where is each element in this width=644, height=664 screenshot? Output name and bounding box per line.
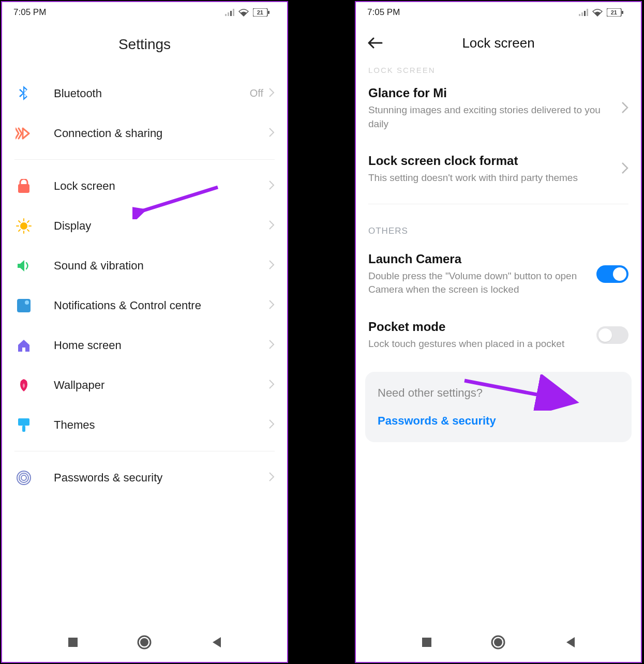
item-desc: Lock touch gestures when placed in a poc…: [368, 337, 590, 351]
flower-icon: [14, 376, 33, 395]
row-label: Lock screen: [54, 179, 268, 193]
row-sound[interactable]: Sound & vibration: [2, 246, 287, 285]
page-header: Lock screen: [356, 22, 641, 63]
row-label: Themes: [54, 418, 268, 432]
status-time: 7:05 PM: [13, 7, 46, 18]
item-desc: Double press the "Volume down" button to…: [368, 269, 590, 297]
svg-rect-27: [579, 14, 580, 16]
item-pocket-mode[interactable]: Pocket mode Lock touch gestures when pla…: [356, 308, 641, 363]
signal-icon: [225, 9, 234, 16]
item-text: Launch Camera Double press the "Volume d…: [368, 252, 596, 297]
row-lockscreen[interactable]: Lock screen: [2, 166, 287, 206]
item-launch-camera[interactable]: Launch Camera Double press the "Volume d…: [356, 240, 641, 308]
row-wallpaper[interactable]: Wallpaper: [2, 365, 287, 405]
svg-rect-3: [233, 9, 234, 16]
settings-list: Bluetooth Off Connection & sharing Lock …: [2, 73, 287, 625]
svg-rect-30: [587, 9, 588, 16]
row-label: Wallpaper: [54, 379, 268, 392]
recent-apps-button[interactable]: [421, 637, 432, 650]
svg-rect-29: [584, 11, 586, 16]
item-title: Pocket mode: [368, 320, 590, 334]
toggle-pocket-mode[interactable]: [596, 326, 628, 344]
card-link-passwords[interactable]: Passwords & security: [378, 414, 619, 428]
back-button[interactable]: [211, 636, 222, 651]
row-label: Display: [54, 219, 268, 233]
divider: [14, 159, 275, 160]
row-value: Off: [250, 87, 263, 99]
row-homescreen[interactable]: Home screen: [2, 325, 287, 365]
chevron-right-icon: [621, 101, 628, 116]
toggle-knob: [613, 267, 626, 281]
item-title: Glance for Mi: [368, 86, 615, 100]
chevron-right-icon: [621, 162, 628, 176]
nav-bar: [2, 625, 287, 662]
row-notifications[interactable]: Notifications & Control centre: [2, 285, 287, 325]
battery-level: 21: [611, 9, 617, 16]
item-glance[interactable]: Glance for Mi Stunning images and exciti…: [356, 74, 641, 142]
toggle-knob: [598, 328, 612, 342]
chevron-right-icon: [268, 299, 275, 312]
status-time: 7:05 PM: [367, 7, 400, 18]
row-bluetooth[interactable]: Bluetooth Off: [2, 73, 287, 113]
bluetooth-icon: [14, 84, 33, 103]
row-label: Passwords & security: [54, 471, 268, 485]
fingerprint-icon: [14, 469, 33, 487]
row-label: Notifications & Control centre: [54, 299, 268, 312]
chevron-right-icon: [268, 127, 275, 140]
suggestion-card: Need other settings? Passwords & securit…: [365, 372, 632, 442]
item-desc: This setting doesn't work with third par…: [368, 171, 615, 185]
item-clock-format[interactable]: Lock screen clock format This setting do…: [356, 142, 641, 197]
toggle-launch-camera[interactable]: [596, 265, 628, 283]
battery-icon: 21: [607, 8, 630, 17]
connection-icon: [14, 124, 33, 143]
status-bar: 7:05 PM 21: [2, 2, 287, 22]
row-label: Sound & vibration: [54, 259, 268, 273]
item-title: Launch Camera: [368, 252, 590, 266]
control-centre-icon: [14, 296, 33, 315]
back-arrow-button[interactable]: [367, 34, 385, 52]
svg-rect-34: [422, 638, 431, 647]
chevron-right-icon: [268, 260, 275, 272]
item-title: Lock screen clock format: [368, 154, 615, 168]
home-button[interactable]: [137, 635, 152, 652]
item-text: Glance for Mi Stunning images and exciti…: [368, 86, 621, 131]
svg-point-7: [20, 222, 27, 230]
divider: [14, 451, 275, 451]
svg-point-36: [494, 638, 502, 646]
status-icons: 21: [579, 8, 630, 17]
battery-level: 21: [257, 9, 263, 16]
home-icon: [14, 336, 33, 355]
card-question: Need other settings?: [378, 386, 619, 400]
row-passwords[interactable]: Passwords & security: [2, 458, 287, 497]
nav-bar: [356, 625, 641, 662]
row-themes[interactable]: Themes: [2, 405, 287, 445]
wifi-icon: [238, 9, 249, 17]
svg-rect-0: [225, 14, 227, 16]
home-button[interactable]: [490, 635, 506, 652]
recent-apps-button[interactable]: [67, 637, 79, 650]
svg-point-22: [21, 475, 26, 480]
chevron-right-icon: [268, 472, 275, 484]
row-display[interactable]: Display: [2, 206, 287, 246]
signal-icon: [579, 9, 588, 16]
row-label: Bluetooth: [54, 87, 250, 100]
lock-icon: [14, 177, 33, 195]
chevron-right-icon: [268, 379, 275, 391]
item-text: Lock screen clock format This setting do…: [368, 154, 621, 185]
svg-point-21: [19, 473, 28, 482]
row-connection[interactable]: Connection & sharing: [2, 113, 287, 153]
item-text: Pocket mode Lock touch gestures when pla…: [368, 320, 596, 351]
row-label: Connection & sharing: [54, 127, 268, 140]
page-title: Lock screen: [462, 35, 534, 51]
status-bar: 7:05 PM 21: [356, 2, 641, 22]
svg-point-26: [140, 638, 148, 646]
svg-rect-24: [68, 638, 78, 647]
svg-rect-28: [581, 12, 583, 16]
lockscreen-list: Glance for Mi Stunning images and exciti…: [356, 74, 641, 625]
battery-icon: 21: [253, 8, 276, 17]
chevron-right-icon: [268, 180, 275, 192]
back-button[interactable]: [564, 636, 576, 651]
paintbrush-icon: [14, 416, 33, 434]
svg-line-13: [27, 230, 29, 231]
page-title: Settings: [2, 36, 287, 53]
